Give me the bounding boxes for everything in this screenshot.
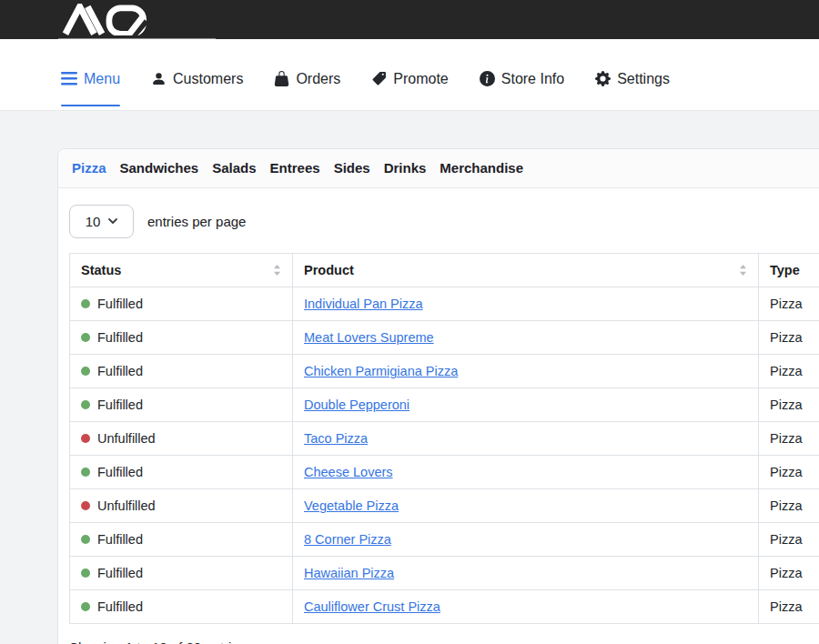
- nav-item-customers[interactable]: Customers: [151, 39, 243, 110]
- nav-item-label: Menu: [84, 71, 120, 87]
- status-label: Fulfilled: [97, 397, 143, 412]
- table-row: Fulfilled 8 Corner Pizza Pizza: [70, 523, 819, 557]
- product-link[interactable]: Individual Pan Pizza: [304, 297, 423, 311]
- main-navigation: Menu Customers Orders Promote: [0, 39, 819, 111]
- table-row: Unfulfilled Vegetable Pizza Pizza: [70, 489, 819, 523]
- sort-icon[interactable]: [739, 265, 747, 276]
- column-header-status[interactable]: Status: [70, 254, 293, 287]
- status-dot: [81, 333, 90, 342]
- column-header-type: Type: [759, 254, 819, 287]
- status-label: Fulfilled: [97, 465, 143, 479]
- type-label: Pizza: [770, 364, 802, 378]
- product-link[interactable]: Double Pepperoni: [304, 397, 410, 412]
- type-label: Pizza: [770, 599, 802, 614]
- product-link[interactable]: Cauliflower Crust Pizza: [304, 599, 440, 614]
- nav-item-label: Orders: [296, 71, 340, 87]
- status-label: Fulfilled: [97, 532, 143, 547]
- nav-item-settings[interactable]: Settings: [595, 39, 670, 110]
- nav-item-label: Settings: [617, 71, 670, 87]
- bag-icon: [274, 71, 289, 86]
- entries-per-page-label: entries per page: [147, 214, 246, 229]
- type-label: Pizza: [770, 431, 802, 446]
- status-dot: [81, 299, 90, 308]
- status-dot: [81, 569, 90, 578]
- status-label: Unfulfilled: [97, 498, 156, 513]
- product-link[interactable]: Hawaiian Pizza: [304, 566, 394, 580]
- product-link[interactable]: Chicken Parmigiana Pizza: [304, 364, 458, 378]
- status-label: Fulfilled: [97, 599, 143, 614]
- status-dot: [81, 501, 90, 510]
- type-label: Pizza: [770, 297, 802, 311]
- gear-icon: [595, 71, 611, 86]
- table-row: Fulfilled Double Pepperoni Pizza: [70, 388, 819, 422]
- column-header-label: Type: [770, 263, 800, 277]
- table-row: Fulfilled Meat Lovers Supreme Pizza: [70, 321, 819, 355]
- tag-icon: [371, 71, 387, 86]
- tab-merchandise[interactable]: Merchandise: [440, 159, 523, 177]
- table-row: Fulfilled Cauliflower Crust Pizza Pizza: [70, 590, 819, 624]
- tab-drinks[interactable]: Drinks: [384, 159, 427, 177]
- category-tabs: Pizza Sandwiches Salads Entrees Sides Dr…: [58, 149, 819, 188]
- status-dot: [81, 434, 90, 443]
- status-label: Unfulfilled: [97, 431, 156, 446]
- table-row: Fulfilled Chicken Parmigiana Pizza Pizza: [70, 355, 819, 388]
- product-link[interactable]: 8 Corner Pizza: [304, 532, 391, 547]
- table-row: Fulfilled Hawaiian Pizza Pizza: [70, 557, 819, 590]
- entries-per-page-row: 10 entries per page: [69, 205, 819, 238]
- products-table: Status Product: [69, 253, 819, 624]
- brand-logo[interactable]: [62, 4, 169, 35]
- table-row: Unfulfilled Taco Pizza Pizza: [70, 422, 819, 456]
- tab-sandwiches[interactable]: Sandwiches: [120, 159, 199, 177]
- status-dot: [81, 535, 90, 544]
- product-link[interactable]: Vegetable Pizza: [304, 498, 399, 513]
- person-icon: [151, 71, 167, 86]
- type-label: Pizza: [770, 532, 802, 547]
- hamburger-icon: [61, 72, 77, 86]
- chevron-down-icon: [108, 218, 117, 225]
- tab-entrees[interactable]: Entrees: [270, 159, 320, 177]
- product-link[interactable]: Taco Pizza: [304, 431, 368, 446]
- nav-item-label: Customers: [173, 71, 243, 87]
- tab-pizza[interactable]: Pizza: [72, 159, 106, 177]
- nav-item-orders[interactable]: Orders: [274, 39, 340, 110]
- type-label: Pizza: [770, 465, 802, 479]
- status-label: Fulfilled: [97, 566, 143, 580]
- nav-item-label: Promote: [393, 71, 448, 87]
- column-header-product[interactable]: Product: [293, 254, 759, 287]
- status-label: Fulfilled: [97, 297, 143, 311]
- type-label: Pizza: [770, 566, 802, 580]
- info-circle-icon: [480, 71, 495, 86]
- product-link[interactable]: Meat Lovers Supreme: [304, 330, 434, 345]
- type-label: Pizza: [770, 397, 802, 412]
- table-row: Fulfilled Individual Pan Pizza Pizza: [70, 287, 819, 321]
- column-header-label: Product: [304, 263, 354, 277]
- entries-summary: Showing 1 to 10 of 20 entries: [69, 639, 819, 644]
- nav-item-label: Store Info: [501, 71, 564, 87]
- table-row: Fulfilled Cheese Lovers Pizza: [70, 456, 819, 489]
- tab-salads[interactable]: Salads: [212, 159, 256, 177]
- type-label: Pizza: [770, 498, 802, 513]
- main-content: Pizza Sandwiches Salads Entrees Sides Dr…: [0, 111, 819, 644]
- sort-icon[interactable]: [273, 265, 281, 276]
- nav-item-menu[interactable]: Menu: [61, 39, 120, 110]
- entries-per-page-select[interactable]: 10: [69, 205, 134, 238]
- top-header-bar: [0, 0, 819, 39]
- card-body: 10 entries per page Status: [58, 188, 819, 644]
- column-header-label: Status: [81, 263, 121, 277]
- nav-item-promote[interactable]: Promote: [371, 39, 448, 110]
- status-dot: [81, 400, 90, 409]
- status-label: Fulfilled: [97, 364, 143, 378]
- nav-item-store-info[interactable]: Store Info: [480, 39, 564, 110]
- status-dot: [81, 367, 90, 376]
- page: Menu Customers Orders Promote: [0, 0, 819, 644]
- status-dot: [81, 468, 90, 477]
- menu-card: Pizza Sandwiches Salads Entrees Sides Dr…: [57, 148, 819, 644]
- status-label: Fulfilled: [97, 330, 143, 345]
- entries-per-page-value: 10: [86, 214, 101, 229]
- tab-sides[interactable]: Sides: [334, 159, 370, 177]
- type-label: Pizza: [770, 330, 802, 345]
- table-header-row: Status Product: [70, 254, 819, 287]
- status-dot: [81, 602, 90, 611]
- product-link[interactable]: Cheese Lovers: [304, 465, 393, 479]
